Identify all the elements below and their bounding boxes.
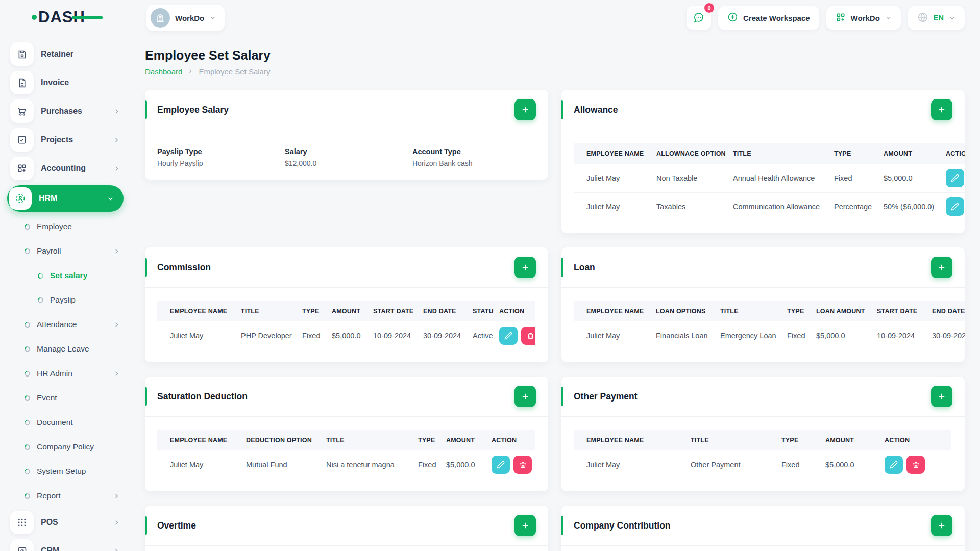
cell: $5,000.0 <box>878 164 941 192</box>
card-body <box>145 546 548 551</box>
edit-button[interactable] <box>492 456 510 474</box>
workdo-menu-button[interactable]: WorkDo <box>826 6 901 30</box>
chevron-right-icon <box>113 519 120 527</box>
sidebar-item-label: Purchases <box>41 107 82 116</box>
language-button[interactable]: EN <box>908 6 965 30</box>
sidebar-item-document[interactable]: Document <box>0 410 132 435</box>
add-other-payment-button[interactable] <box>931 386 952 407</box>
column-header: TYPE <box>829 143 878 164</box>
cell: 50% ($6,000.0) <box>878 192 941 221</box>
add-loan-button[interactable] <box>931 257 952 278</box>
delete-button[interactable] <box>521 327 535 345</box>
workdo-menu-label: WorkDo <box>851 14 880 22</box>
sidebar-item-payslip[interactable]: Payslip <box>0 288 132 312</box>
add-allowance-button[interactable] <box>931 99 952 120</box>
card-body: EMPLOYEE NAMELOAN OPTIONSTITLETYPELOAN A… <box>561 288 965 362</box>
commission-card: Commission EMPLOYEE NAMETITLETYPEAMOUNTS… <box>145 247 548 362</box>
floppy-icon <box>10 42 34 66</box>
sidebar-item-attendance[interactable]: Attendance <box>0 312 132 337</box>
cell: Fixed <box>297 321 327 350</box>
card-title: Employee Salary <box>157 105 229 115</box>
sidebar-item-label: Report <box>37 491 61 500</box>
card-title: Loan <box>574 262 595 273</box>
cell: Communication Allowance <box>728 192 829 221</box>
sidebar-item-retainer[interactable]: Retainer <box>0 40 132 68</box>
messages-button[interactable]: 0 <box>687 6 711 30</box>
sidebar-item-employee[interactable]: Employee <box>0 214 132 239</box>
edit-button[interactable] <box>946 197 964 216</box>
cell: Nisi a tenetur magna <box>321 450 413 479</box>
column-header: ACTION <box>486 430 535 450</box>
accent-bar <box>145 516 147 535</box>
chevron-right-icon <box>113 547 120 551</box>
column-header: AMOUNT <box>327 301 368 321</box>
chevron-right-icon <box>113 492 120 500</box>
create-workspace-label: Create Workspace <box>743 14 810 22</box>
sidebar-item-label: Invoice <box>41 78 69 87</box>
sidebar-item-manage-leave[interactable]: Manage Leave <box>0 337 132 361</box>
sidebar-item-label: Retainer <box>41 49 74 59</box>
column-header: STATUS <box>468 301 494 321</box>
add-company-contribution-button[interactable] <box>931 515 952 536</box>
cell: Juliet May <box>157 450 241 479</box>
column-header: LOAN OPTIONS <box>651 301 715 321</box>
card-header: Overtime <box>145 506 548 546</box>
card-title: Company Contribution <box>574 520 671 531</box>
table-header-row: EMPLOYEE NAMELOAN OPTIONSTITLETYPELOAN A… <box>574 301 965 321</box>
add-saturation-deduction-button[interactable] <box>514 386 536 407</box>
actions-cell <box>879 450 951 479</box>
add-commission-button[interactable] <box>514 257 536 278</box>
delete-button[interactable] <box>513 456 532 474</box>
topbar-actions: 0 Create Workspace WorkDo EN <box>687 6 965 30</box>
sidebar-item-hr-admin[interactable]: HR Admin <box>0 361 132 386</box>
actions-cell <box>941 164 965 192</box>
sidebar-item-payroll[interactable]: Payroll <box>0 239 132 263</box>
delete-button[interactable] <box>906 456 925 474</box>
sidebar-item-hrm[interactable]: HRM <box>7 185 124 212</box>
sidebar-item-purchases[interactable]: Purchases <box>0 97 132 126</box>
edit-button[interactable] <box>499 327 518 345</box>
sidebar-item-company-policy[interactable]: Company Policy <box>0 435 132 459</box>
table-row: Juliet MayTaxablesCommunication Allowanc… <box>574 192 965 221</box>
field-payslip-type: Payslip Type Hourly Payslip <box>157 147 285 167</box>
add-overtime-button[interactable] <box>514 515 536 536</box>
crm-icon <box>10 539 34 551</box>
sidebar-item-pos[interactable]: POS <box>0 508 132 537</box>
cell: Juliet May <box>574 321 651 350</box>
sidebar-item-system-setup[interactable]: System Setup <box>0 459 132 484</box>
actions-cell <box>486 450 535 479</box>
create-workspace-button[interactable]: Create Workspace <box>718 6 819 30</box>
card-body: EMPLOYEE NAMETITLETYPEAMOUNTSTART DATEEN… <box>145 288 548 362</box>
bullet-icon <box>23 247 32 255</box>
sidebar-item-label: Attendance <box>37 320 77 329</box>
cell: Juliet May <box>157 321 236 350</box>
globe-icon <box>917 12 928 24</box>
sidebar-item-label: System Setup <box>37 467 86 476</box>
breadcrumb-dashboard-link[interactable]: Dashboard <box>145 67 182 76</box>
workspace-selector[interactable]: WorkDo <box>146 5 225 31</box>
field-salary: Salary $12,000.0 <box>285 147 412 167</box>
card-header: Loan <box>561 247 965 288</box>
column-header: AMOUNT <box>441 430 486 450</box>
cell: Active <box>468 321 494 350</box>
sidebar-item-invoice[interactable]: Invoice <box>0 68 132 97</box>
logo-bar-icon <box>72 16 103 19</box>
sidebar-item-projects[interactable]: Projects <box>0 126 132 154</box>
field-account-type: Account Type Horizon Bank cash <box>412 147 536 167</box>
card-title: Overtime <box>157 520 196 531</box>
cell: Juliet May <box>574 450 685 479</box>
sidebar-item-crm[interactable]: CRM <box>0 537 132 551</box>
sidebar-item-accounting[interactable]: Accounting <box>0 154 132 183</box>
edit-button[interactable] <box>946 169 964 187</box>
card-title: Commission <box>157 262 211 273</box>
cell: Taxables <box>651 192 728 221</box>
cell: PHP Developer <box>236 321 297 350</box>
sidebar-item-report[interactable]: Report <box>0 484 132 508</box>
add-employee-salary-button[interactable] <box>514 99 536 120</box>
sidebar-item-set-salary[interactable]: Set salary <box>0 263 132 288</box>
app-logo[interactable]: DASH <box>32 8 85 27</box>
workspace-label: WorkDo <box>175 14 204 22</box>
card-header: Employee Salary <box>145 90 548 130</box>
sidebar-item-event[interactable]: Event <box>0 386 132 410</box>
edit-button[interactable] <box>885 456 903 474</box>
